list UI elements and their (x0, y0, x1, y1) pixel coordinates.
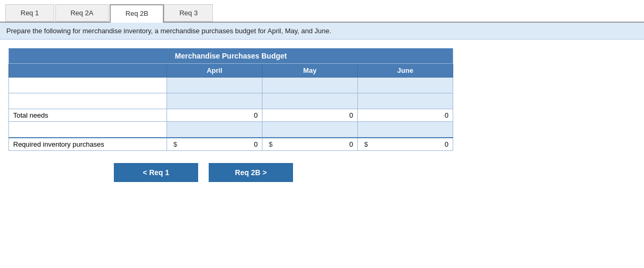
tab-req3[interactable]: Req 3 (164, 4, 213, 22)
tab-req2b[interactable]: Req 2B (110, 4, 164, 23)
row4-label-cell (9, 122, 167, 138)
instruction-bar: Prepare the following for merchandise in… (0, 23, 644, 40)
purchases-may-value: 0 (274, 140, 353, 148)
tab-req1[interactable]: Req 1 (5, 4, 54, 22)
june-dollar-sign: $ (362, 140, 369, 148)
header-june: June (358, 64, 453, 78)
purchases-may-prefix-wrap: $ 0 (267, 140, 353, 148)
total-needs-row: Total needs 0 0 0 (9, 109, 453, 122)
row1-may-input[interactable] (262, 79, 357, 91)
table-header-row: April May June (9, 64, 453, 78)
table-title: Merchandise Purchases Budget (9, 49, 453, 64)
row1-june-input[interactable] (358, 79, 453, 91)
total-needs-june: 0 (358, 109, 453, 122)
nav-buttons: < Req 1 Req 2B > (114, 163, 636, 182)
purchases-april-value: 0 (178, 140, 258, 148)
row4-june-cell (358, 122, 453, 138)
header-may: May (262, 64, 358, 78)
row1-april-input[interactable] (167, 79, 262, 91)
row2-june-cell (358, 93, 453, 109)
tab-req2a[interactable]: Req 2A (55, 4, 109, 22)
tabs-bar: Req 1 Req 2A Req 2B Req 3 (0, 0, 644, 23)
prev-button[interactable]: < Req 1 (114, 163, 198, 182)
row2-april-input[interactable] (167, 95, 262, 107)
row2-may-cell (262, 93, 358, 109)
purchases-april-cell: $ 0 (167, 138, 262, 151)
required-inventory-row: Required inventory purchases $ 0 $ 0 $ (9, 138, 453, 151)
total-needs-may: 0 (262, 109, 358, 122)
table-row (9, 122, 453, 138)
row4-may-input[interactable] (262, 123, 357, 136)
row2-label-cell (9, 93, 167, 109)
row4-label-input[interactable] (9, 123, 167, 136)
header-label (9, 64, 167, 78)
row2-june-input[interactable] (358, 95, 453, 107)
row1-may-cell (262, 78, 358, 93)
purchases-label: Required inventory purchases (9, 138, 167, 151)
purchases-june-value: 0 (369, 140, 448, 148)
row4-april-input[interactable] (167, 123, 262, 136)
budget-table: Merchandise Purchases Budget April May J… (8, 48, 453, 151)
main-content: Merchandise Purchases Budget April May J… (0, 40, 644, 190)
row1-label-cell (9, 78, 167, 93)
next-button[interactable]: Req 2B > (209, 163, 293, 182)
row2-may-input[interactable] (262, 95, 357, 107)
header-april: April (167, 64, 262, 78)
row1-april-cell (167, 78, 262, 93)
row4-may-cell (262, 122, 358, 138)
row4-june-input[interactable] (358, 123, 453, 136)
row2-label-input[interactable] (9, 95, 167, 107)
purchases-april-prefix-wrap: $ 0 (171, 140, 258, 148)
table-row (9, 78, 453, 93)
table-container: Merchandise Purchases Budget April May J… (8, 48, 453, 151)
purchases-june-cell: $ 0 (358, 138, 453, 151)
instruction-text: Prepare the following for merchandise in… (6, 27, 331, 35)
table-title-row: Merchandise Purchases Budget (9, 49, 453, 64)
total-needs-april: 0 (167, 109, 262, 122)
april-dollar-sign: $ (171, 140, 178, 148)
row2-april-cell (167, 93, 262, 109)
may-dollar-sign: $ (267, 140, 274, 148)
purchases-june-prefix-wrap: $ 0 (362, 140, 448, 148)
total-needs-label: Total needs (9, 109, 167, 122)
row1-label-input[interactable] (9, 79, 167, 91)
purchases-may-cell: $ 0 (262, 138, 358, 151)
row4-april-cell (167, 122, 262, 138)
row1-june-cell (358, 78, 453, 93)
table-row (9, 93, 453, 109)
